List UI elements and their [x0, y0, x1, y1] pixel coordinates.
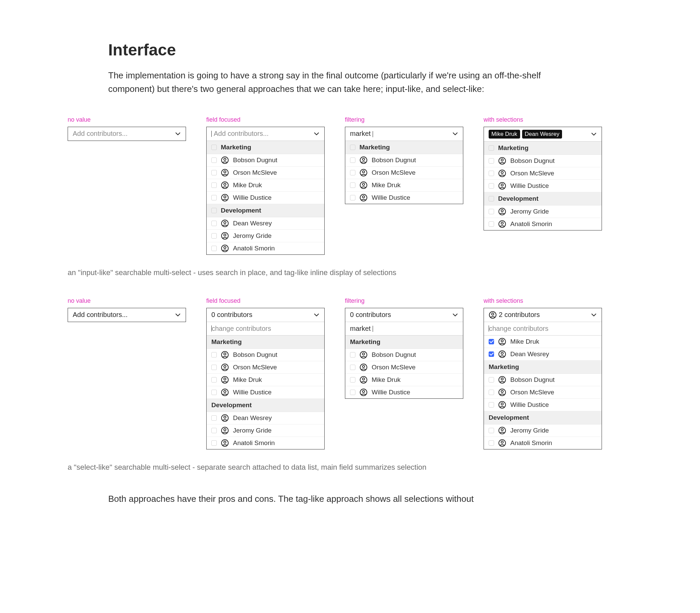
checkbox[interactable] — [211, 195, 217, 200]
combo-input[interactable]: Mike Druk Dean Wesrey Marketing Bobson D… — [484, 127, 602, 231]
checkbox[interactable] — [211, 352, 217, 357]
checkbox[interactable] — [211, 233, 217, 238]
checkbox[interactable] — [489, 209, 494, 214]
combo-select[interactable]: 0 contributors change contributors Marke… — [206, 308, 324, 449]
option[interactable]: Bobson Dugnut — [207, 154, 324, 167]
group-header-marketing[interactable]: Marketing — [484, 142, 602, 155]
option[interactable]: Orson McSleve — [345, 167, 463, 179]
checkbox[interactable] — [350, 182, 355, 188]
checkbox[interactable] — [489, 196, 494, 201]
option[interactable]: Willie Dustice — [207, 386, 324, 399]
option[interactable]: Mike Druk — [345, 374, 463, 386]
option[interactable]: Dean Wesrey — [207, 412, 324, 425]
checkbox[interactable] — [350, 145, 355, 150]
state-label: no value — [68, 297, 186, 304]
checkbox[interactable] — [211, 365, 217, 370]
checkbox[interactable] — [489, 221, 494, 227]
combo-input[interactable]: market Marketing Bobson Dugnut Orson McS… — [345, 127, 463, 204]
option[interactable]: Orson McSleve — [484, 386, 602, 399]
chevron-down-icon[interactable] — [591, 131, 597, 137]
option[interactable]: Jeromy Gride — [484, 425, 602, 437]
option[interactable]: Jeromy Gride — [484, 206, 602, 218]
combo-select[interactable]: 0 contributors market Marketing Bobson D… — [345, 308, 463, 399]
option[interactable]: Mike Druk — [345, 179, 463, 192]
checkbox[interactable] — [350, 352, 355, 357]
checkbox[interactable] — [211, 415, 217, 421]
option[interactable]: Bobson Dugnut — [484, 374, 602, 386]
chevron-down-icon[interactable] — [452, 131, 458, 137]
option[interactable]: Jeromy Gride — [207, 230, 324, 242]
checkbox[interactable] — [350, 365, 355, 370]
chevron-down-icon[interactable] — [591, 312, 597, 318]
option[interactable]: Mike Druk — [207, 374, 324, 386]
option[interactable]: Mike Druk — [207, 179, 324, 192]
option-selected[interactable]: Dean Wesrey — [484, 348, 602, 361]
chevron-down-icon[interactable] — [175, 131, 181, 137]
checkbox[interactable] — [489, 390, 494, 395]
option[interactable]: Willie Dustice — [345, 192, 463, 204]
checkbox[interactable] — [211, 157, 217, 163]
checkbox[interactable] — [489, 402, 494, 407]
checkbox[interactable] — [211, 221, 217, 226]
search-input[interactable]: change contributors — [207, 322, 324, 335]
checkbox[interactable] — [489, 158, 494, 164]
option[interactable]: Willie Dustice — [345, 386, 463, 399]
checkbox[interactable] — [489, 145, 494, 151]
combo-select[interactable]: Add contributors... — [68, 308, 186, 322]
option[interactable]: Bobson Dugnut — [345, 349, 463, 361]
checkbox[interactable] — [489, 183, 494, 188]
option[interactable]: Orson McSleve — [207, 361, 324, 374]
checkbox[interactable] — [350, 195, 355, 200]
option[interactable]: Anatoli Smorin — [207, 242, 324, 255]
checkbox[interactable] — [211, 145, 217, 150]
checkbox[interactable] — [211, 440, 217, 446]
option[interactable]: Jeromy Gride — [207, 425, 324, 437]
chevron-down-icon[interactable] — [314, 131, 320, 137]
search-input[interactable]: change contributors — [484, 322, 602, 335]
option[interactable]: Willie Dustice — [207, 192, 324, 204]
group-header-development[interactable]: Development — [484, 192, 602, 206]
checkbox[interactable] — [350, 157, 355, 163]
checkbox[interactable] — [489, 428, 494, 433]
option-selected[interactable]: Mike Druk — [484, 336, 602, 348]
selection-tag[interactable]: Mike Druk — [489, 130, 520, 139]
checkbox[interactable] — [489, 171, 494, 176]
option[interactable]: Orson McSleve — [345, 361, 463, 374]
option[interactable]: Anatoli Smorin — [484, 218, 602, 230]
checkbox[interactable] — [211, 170, 217, 175]
group-header-marketing[interactable]: Marketing — [207, 141, 324, 154]
combo-input[interactable]: Add contributors... — [68, 127, 186, 141]
combo-select[interactable]: 2 contributors change contributors Mike … — [484, 308, 602, 449]
combo-input[interactable]: Add contributors... Marketing Bobson Dug… — [206, 127, 324, 255]
option[interactable]: Bobson Dugnut — [207, 349, 324, 361]
checkbox[interactable] — [350, 390, 355, 395]
checkbox[interactable] — [489, 351, 494, 357]
option[interactable]: Dean Wesrey — [207, 217, 324, 230]
selection-tag[interactable]: Dean Wesrey — [522, 130, 562, 139]
option[interactable]: Orson McSleve — [207, 167, 324, 179]
option[interactable]: Willie Dustice — [484, 180, 602, 192]
checkbox[interactable] — [350, 377, 355, 382]
group-header-marketing[interactable]: Marketing — [345, 141, 463, 154]
option[interactable]: Bobson Dugnut — [345, 154, 463, 167]
option[interactable]: Bobson Dugnut — [484, 155, 602, 167]
checkbox[interactable] — [211, 246, 217, 251]
checkbox[interactable] — [350, 170, 355, 175]
chevron-down-icon[interactable] — [452, 312, 458, 318]
chevron-down-icon[interactable] — [175, 312, 181, 318]
group-header-development[interactable]: Development — [207, 204, 324, 217]
option[interactable]: Anatoli Smorin — [484, 437, 602, 449]
checkbox[interactable] — [489, 339, 494, 344]
option[interactable]: Willie Dustice — [484, 399, 602, 411]
option[interactable]: Orson McSleve — [484, 167, 602, 180]
checkbox[interactable] — [211, 377, 217, 382]
checkbox[interactable] — [211, 182, 217, 188]
checkbox[interactable] — [211, 390, 217, 395]
checkbox[interactable] — [211, 208, 217, 213]
search-input[interactable]: market — [345, 322, 463, 335]
checkbox[interactable] — [489, 377, 494, 382]
option[interactable]: Anatoli Smorin — [207, 437, 324, 449]
chevron-down-icon[interactable] — [314, 312, 320, 318]
checkbox[interactable] — [489, 440, 494, 446]
checkbox[interactable] — [211, 428, 217, 433]
